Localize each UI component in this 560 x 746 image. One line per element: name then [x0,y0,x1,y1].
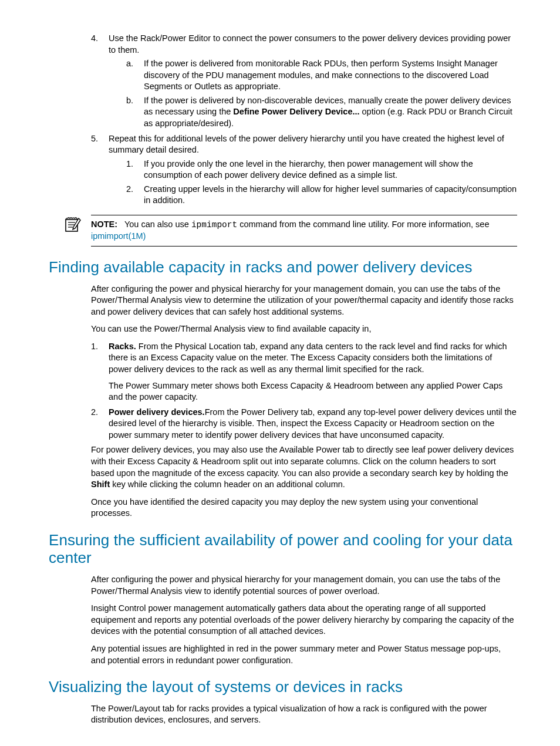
sub-list-alpha: a. If the power is delivered from monito… [126,58,517,129]
note-divider-top [91,215,517,215]
paragraph: After configuring the power and physical… [91,283,517,318]
code-text: ipmimport [191,220,237,229]
note-text-post: command from the command line utility. F… [237,220,489,229]
item-number: 1. [126,158,133,170]
item-text: Creating upper levels in the hierarchy w… [144,184,517,205]
list-item-4b: b. If the power is delivered by non-disc… [126,95,517,130]
list-item-racks: 1. Racks. From the Physical Location tab… [91,341,517,403]
procedure-list: 4. Use the Rack/Power Editor to connect … [91,33,517,207]
list-item-4: 4. Use the Rack/Power Editor to connect … [91,33,517,130]
bold-term: Racks. [109,342,136,351]
item-number: 4. [91,33,98,45]
paragraph: Once you have identified the desired cap… [91,497,517,519]
item-number: 1. [91,341,98,353]
paragraph: The Power Summary meter shows both Exces… [109,380,517,403]
paragraph: Any potential issues are highlighted in … [91,643,517,666]
note-link[interactable]: ipmimport(1M) [91,231,146,241]
list-item-power-delivery: 2. Power delivery devices.From the Power… [91,407,517,441]
item-number: 2. [91,407,98,418]
bold-term: Power delivery devices. [109,407,205,417]
paragraph: Insight Control power management automat… [91,603,517,637]
capacity-list: 1. Racks. From the Physical Location tab… [91,341,517,441]
item-text: Use the Rack/Power Editor to connect the… [109,33,511,55]
list-item-5-2: 2. Creating upper levels in the hierarch… [126,184,517,207]
item-number: 2. [126,184,133,195]
heading-visualizing-layout: Visualizing the layout of systems or dev… [49,678,517,696]
note-block: NOTE: You can also use ipmimport command… [91,215,517,247]
item-text: Repeat this for additional levels of the… [109,134,504,155]
note-content: NOTE: You can also use ipmimport command… [91,219,517,242]
bold-term: Define Power Delivery Device... [233,107,359,116]
note-icon [64,217,82,237]
item-text: If you provide only the one level in the… [144,159,473,180]
paragraph: You can use the Power/Thermal Analysis v… [91,323,517,335]
item-text: From the Physical Location tab, expand a… [109,342,507,374]
heading-ensuring-availability: Ensuring the sufficient availability of … [49,531,517,567]
bold-term: Shift [91,480,110,489]
list-item-5: 5. Repeat this for additional levels of … [91,133,517,207]
item-letter: b. [126,95,133,107]
paragraph: For power delivery devices, you may also… [91,444,517,490]
paragraph: The Power/Layout tab for racks provides … [91,703,517,726]
heading-finding-capacity: Finding available capacity in racks and … [49,258,517,276]
note-label: NOTE: [91,220,117,229]
list-item-5-1: 1. If you provide only the one level in … [126,158,517,181]
item-number: 5. [91,133,98,145]
item-text: If the power is delivered from monitorab… [144,59,498,91]
text-pre: For power delivery devices, you may also… [91,445,514,477]
note-text-pre: You can also use [117,220,191,229]
paragraph: After configuring the power and physical… [91,574,517,597]
note-divider-bottom [91,246,517,247]
item-letter: a. [126,58,133,70]
list-item-4a: a. If the power is delivered from monito… [126,58,517,93]
sub-list-numeric: 1. If you provide only the one level in … [126,158,517,207]
text-post: key while clicking the column header on … [110,480,345,489]
